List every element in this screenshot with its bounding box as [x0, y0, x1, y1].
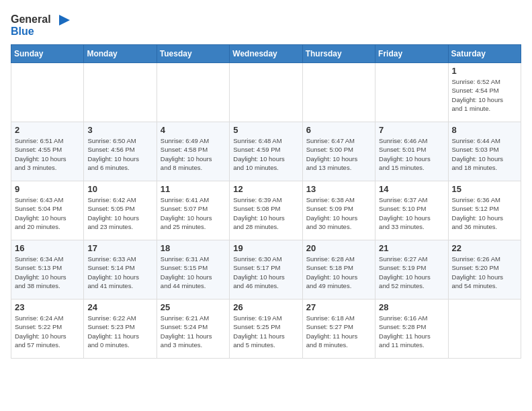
weekday-header-friday: Friday — [375, 45, 448, 63]
day-number: 25 — [161, 302, 226, 312]
day-number: 12 — [233, 184, 298, 194]
day-info: Sunrise: 6:33 AM Sunset: 5:14 PM Dayligh… — [87, 255, 152, 290]
calendar-week-2: 2Sunrise: 6:51 AM Sunset: 4:55 PM Daylig… — [11, 122, 521, 181]
day-info: Sunrise: 6:49 AM Sunset: 4:58 PM Dayligh… — [161, 136, 226, 172]
day-info: Sunrise: 6:50 AM Sunset: 4:56 PM Dayligh… — [87, 136, 152, 172]
weekday-header-wednesday: Wednesday — [230, 45, 302, 63]
day-number: 8 — [452, 125, 517, 135]
calendar-cell: 8Sunrise: 6:44 AM Sunset: 5:03 PM Daylig… — [448, 122, 521, 181]
day-number: 4 — [161, 125, 226, 135]
weekday-header-tuesday: Tuesday — [157, 45, 229, 63]
day-info: Sunrise: 6:19 AM Sunset: 5:25 PM Dayligh… — [233, 314, 298, 349]
day-number: 16 — [15, 243, 80, 253]
day-number: 2 — [15, 125, 80, 135]
calendar-cell: 15Sunrise: 6:36 AM Sunset: 5:12 PM Dayli… — [448, 181, 521, 240]
calendar-body: 1Sunrise: 6:52 AM Sunset: 4:54 PM Daylig… — [11, 63, 521, 359]
calendar-cell: 14Sunrise: 6:37 AM Sunset: 5:10 PM Dayli… — [375, 181, 448, 240]
day-number: 15 — [452, 184, 517, 194]
day-number: 27 — [306, 302, 371, 312]
day-number: 24 — [87, 302, 152, 312]
weekday-header-sunday: Sunday — [11, 45, 84, 63]
day-info: Sunrise: 6:39 AM Sunset: 5:08 PM Dayligh… — [233, 195, 298, 231]
calendar-cell: 16Sunrise: 6:34 AM Sunset: 5:13 PM Dayli… — [11, 240, 84, 300]
day-info: Sunrise: 6:41 AM Sunset: 5:07 PM Dayligh… — [161, 195, 226, 231]
calendar-cell: 19Sunrise: 6:30 AM Sunset: 5:17 PM Dayli… — [230, 240, 302, 300]
day-info: Sunrise: 6:42 AM Sunset: 5:05 PM Dayligh… — [87, 195, 152, 231]
day-number: 26 — [233, 302, 298, 312]
svg-text:Blue: Blue — [11, 26, 34, 37]
day-number: 19 — [233, 243, 298, 253]
day-number: 9 — [15, 184, 80, 194]
weekday-header-saturday: Saturday — [448, 45, 521, 63]
day-info: Sunrise: 6:27 AM Sunset: 5:19 PM Dayligh… — [379, 255, 444, 290]
svg-text:General: General — [11, 13, 51, 25]
weekday-header-monday: Monday — [84, 45, 157, 63]
weekday-header-thursday: Thursday — [302, 45, 375, 63]
day-info: Sunrise: 6:26 AM Sunset: 5:20 PM Dayligh… — [452, 255, 517, 290]
calendar-cell: 27Sunrise: 6:18 AM Sunset: 5:27 PM Dayli… — [302, 300, 375, 359]
calendar-week-3: 9Sunrise: 6:43 AM Sunset: 5:04 PM Daylig… — [11, 181, 521, 240]
day-info: Sunrise: 6:37 AM Sunset: 5:10 PM Dayligh… — [379, 195, 444, 231]
calendar-cell: 3Sunrise: 6:50 AM Sunset: 4:56 PM Daylig… — [84, 122, 157, 181]
calendar-cell: 26Sunrise: 6:19 AM Sunset: 5:25 PM Dayli… — [230, 300, 302, 359]
calendar-table: SundayMondayTuesdayWednesdayThursdayFrid… — [11, 44, 521, 359]
calendar-cell — [157, 63, 229, 122]
calendar-cell: 17Sunrise: 6:33 AM Sunset: 5:14 PM Dayli… — [84, 240, 157, 300]
day-number: 23 — [15, 302, 80, 312]
day-number: 20 — [306, 243, 371, 253]
calendar-cell: 13Sunrise: 6:38 AM Sunset: 5:09 PM Dayli… — [302, 181, 375, 240]
calendar-week-1: 1Sunrise: 6:52 AM Sunset: 4:54 PM Daylig… — [11, 63, 521, 122]
day-number: 1 — [452, 66, 517, 76]
calendar-cell: 1Sunrise: 6:52 AM Sunset: 4:54 PM Daylig… — [448, 63, 521, 122]
calendar-cell: 4Sunrise: 6:49 AM Sunset: 4:58 PM Daylig… — [157, 122, 229, 181]
day-info: Sunrise: 6:34 AM Sunset: 5:13 PM Dayligh… — [15, 255, 80, 290]
calendar-header: SundayMondayTuesdayWednesdayThursdayFrid… — [11, 45, 521, 63]
logo-icon: General Blue — [11, 11, 71, 39]
day-info: Sunrise: 6:28 AM Sunset: 5:18 PM Dayligh… — [306, 255, 371, 290]
calendar-cell — [302, 63, 375, 122]
weekday-row: SundayMondayTuesdayWednesdayThursdayFrid… — [11, 45, 521, 63]
day-number: 21 — [379, 243, 444, 253]
day-number: 10 — [87, 184, 152, 194]
day-info: Sunrise: 6:30 AM Sunset: 5:17 PM Dayligh… — [233, 255, 298, 290]
day-info: Sunrise: 6:48 AM Sunset: 4:59 PM Dayligh… — [233, 136, 298, 172]
day-info: Sunrise: 6:52 AM Sunset: 4:54 PM Dayligh… — [452, 77, 517, 113]
calendar-cell — [84, 63, 157, 122]
calendar-cell: 9Sunrise: 6:43 AM Sunset: 5:04 PM Daylig… — [11, 181, 84, 240]
day-info: Sunrise: 6:46 AM Sunset: 5:01 PM Dayligh… — [379, 136, 444, 172]
day-info: Sunrise: 6:24 AM Sunset: 5:22 PM Dayligh… — [15, 314, 80, 349]
calendar-cell: 21Sunrise: 6:27 AM Sunset: 5:19 PM Dayli… — [375, 240, 448, 300]
day-info: Sunrise: 6:18 AM Sunset: 5:27 PM Dayligh… — [306, 314, 371, 349]
day-number: 22 — [452, 243, 517, 253]
calendar-cell: 24Sunrise: 6:22 AM Sunset: 5:23 PM Dayli… — [84, 300, 157, 359]
day-number: 3 — [87, 125, 152, 135]
calendar-cell — [448, 300, 521, 359]
page-header: General Blue — [11, 11, 521, 39]
calendar-cell: 20Sunrise: 6:28 AM Sunset: 5:18 PM Dayli… — [302, 240, 375, 300]
calendar-cell: 6Sunrise: 6:47 AM Sunset: 5:00 PM Daylig… — [302, 122, 375, 181]
calendar-week-4: 16Sunrise: 6:34 AM Sunset: 5:13 PM Dayli… — [11, 240, 521, 300]
calendar-cell: 11Sunrise: 6:41 AM Sunset: 5:07 PM Dayli… — [157, 181, 229, 240]
day-info: Sunrise: 6:36 AM Sunset: 5:12 PM Dayligh… — [452, 195, 517, 231]
calendar-cell — [230, 63, 302, 122]
calendar-cell: 18Sunrise: 6:31 AM Sunset: 5:15 PM Dayli… — [157, 240, 229, 300]
day-number: 18 — [161, 243, 226, 253]
day-number: 13 — [306, 184, 371, 194]
day-info: Sunrise: 6:51 AM Sunset: 4:55 PM Dayligh… — [15, 136, 80, 172]
calendar-cell — [11, 63, 84, 122]
day-info: Sunrise: 6:43 AM Sunset: 5:04 PM Dayligh… — [15, 195, 80, 231]
day-info: Sunrise: 6:21 AM Sunset: 5:24 PM Dayligh… — [161, 314, 226, 349]
day-number: 6 — [306, 125, 371, 135]
calendar-cell: 23Sunrise: 6:24 AM Sunset: 5:22 PM Dayli… — [11, 300, 84, 359]
day-info: Sunrise: 6:44 AM Sunset: 5:03 PM Dayligh… — [452, 136, 517, 172]
calendar-cell: 12Sunrise: 6:39 AM Sunset: 5:08 PM Dayli… — [230, 181, 302, 240]
day-number: 14 — [379, 184, 444, 194]
day-number: 11 — [161, 184, 226, 194]
day-number: 17 — [87, 243, 152, 253]
calendar-cell: 7Sunrise: 6:46 AM Sunset: 5:01 PM Daylig… — [375, 122, 448, 181]
day-info: Sunrise: 6:16 AM Sunset: 5:28 PM Dayligh… — [379, 314, 444, 349]
calendar-cell: 25Sunrise: 6:21 AM Sunset: 5:24 PM Dayli… — [157, 300, 229, 359]
day-number: 28 — [379, 302, 444, 312]
calendar-cell: 10Sunrise: 6:42 AM Sunset: 5:05 PM Dayli… — [84, 181, 157, 240]
day-info: Sunrise: 6:31 AM Sunset: 5:15 PM Dayligh… — [161, 255, 226, 290]
